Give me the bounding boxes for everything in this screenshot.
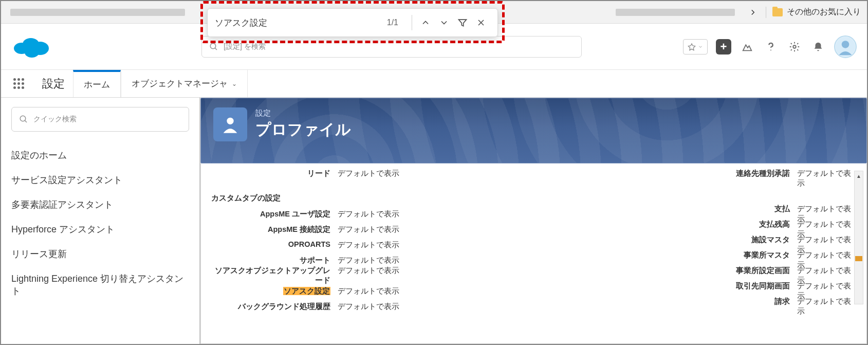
field-label: AppsME ユーザ設定 xyxy=(211,209,338,219)
notifications-icon[interactable] xyxy=(810,39,826,55)
favorites-button[interactable] xyxy=(683,39,708,55)
field-value: デフォルトで表示 xyxy=(338,240,399,250)
main-nav: 設定 ホーム オブジェクトマネージャ ⌄ xyxy=(1,70,867,98)
nav-title: 設定 xyxy=(34,70,73,97)
header-actions: + xyxy=(683,35,857,58)
search-icon xyxy=(19,115,28,124)
svg-point-6 xyxy=(25,47,39,58)
quick-find-input[interactable]: クイック検索 xyxy=(11,107,189,132)
detail-panel: リード デフォルトで表示 連絡先種別承諾 デフォルトで表示 カスタムタブの設定 … xyxy=(200,164,867,344)
find-in-page-bar: 1/1 xyxy=(207,8,498,37)
sidebar-item[interactable]: Hyperforce アシスタント xyxy=(11,217,189,242)
scrollbar-thumb[interactable] xyxy=(855,256,862,261)
svg-marker-0 xyxy=(459,20,467,26)
sidebar-item[interactable]: 多要素認証アシスタント xyxy=(11,192,189,217)
trailhead-icon[interactable] xyxy=(740,39,755,55)
tab-home-label: ホーム xyxy=(84,79,110,90)
svg-point-14 xyxy=(20,116,26,121)
sidebar-item[interactable]: サービス設定アシスタント xyxy=(11,168,189,192)
find-close-icon[interactable] xyxy=(472,13,490,32)
gear-icon[interactable] xyxy=(787,39,802,55)
global-add-button[interactable]: + xyxy=(716,39,731,55)
tab-object-manager[interactable]: オブジェクトマネージャ ⌄ xyxy=(121,70,248,97)
svg-marker-9 xyxy=(688,44,695,50)
search-icon xyxy=(209,42,218,51)
setup-sidebar: クイック検索 設定のホーム サービス設定アシスタント 多要素認証アシスタント H… xyxy=(1,98,200,344)
table-row: バックグラウンド処理履歴デフォルトで表示請求デフォルトで表示 xyxy=(211,299,856,314)
app-launcher-icon[interactable] xyxy=(9,70,28,97)
help-icon[interactable] xyxy=(763,39,779,55)
profile-icon xyxy=(213,107,247,141)
field-label: AppsME 接続設定 xyxy=(211,225,338,234)
user-avatar[interactable] xyxy=(834,35,857,58)
field-value: デフォルトで表示 xyxy=(338,266,399,285)
address-bar-placeholder-2 xyxy=(616,9,735,16)
field-label: サポート xyxy=(211,256,338,265)
svg-point-11 xyxy=(793,45,796,48)
divider xyxy=(412,15,412,30)
address-bar-placeholder xyxy=(10,9,185,16)
scroll-up-icon[interactable]: ▲ xyxy=(855,171,863,180)
find-input[interactable] xyxy=(215,17,381,28)
find-prev-icon[interactable] xyxy=(416,13,435,32)
field-label: 請求 xyxy=(561,297,797,316)
svg-point-13 xyxy=(842,41,849,48)
field-label: ソアスク設定 xyxy=(211,286,338,296)
page-title: プロファイル xyxy=(255,119,351,140)
sidebar-item[interactable]: リリース更新 xyxy=(11,242,189,266)
quick-find-placeholder: クイック検索 xyxy=(33,115,77,124)
field-label: ソアスクオブジェクトアップグレード xyxy=(211,266,338,285)
field-label: バックグラウンド処理履歴 xyxy=(211,302,338,312)
banner-eyebrow: 設定 xyxy=(255,108,351,118)
field-value: デフォルトで表示 xyxy=(338,286,399,296)
svg-point-16 xyxy=(227,118,233,124)
sidebar-item[interactable]: Lightning Experience 切り替えアシスタント xyxy=(11,266,189,303)
field-value: デフォルトで表示 xyxy=(797,169,856,188)
tab-home[interactable]: ホーム xyxy=(73,70,121,97)
folder-icon[interactable] xyxy=(772,8,783,16)
divider xyxy=(766,7,766,18)
app-body: クイック検索 設定のホーム サービス設定アシスタント 多要素認証アシスタント H… xyxy=(1,98,867,344)
field-label: リード xyxy=(211,169,338,188)
field-label: OPROARTS xyxy=(211,240,338,250)
global-search[interactable]: [設定] を検索 xyxy=(201,36,582,58)
field-value: デフォルトで表示 xyxy=(797,297,856,316)
global-search-placeholder: [設定] を検索 xyxy=(224,42,266,51)
field-value: デフォルトで表示 xyxy=(338,302,399,312)
field-value: デフォルトで表示 xyxy=(338,209,399,219)
field-value: デフォルトで表示 xyxy=(338,256,399,265)
find-filter-icon[interactable] xyxy=(453,13,472,32)
sidebar-item[interactable]: 設定のホーム xyxy=(11,143,189,168)
field-value: デフォルトで表示 xyxy=(338,225,399,234)
field-value: デフォルトで表示 xyxy=(338,169,399,188)
svg-line-15 xyxy=(25,120,27,122)
scrollbar[interactable]: ▲ xyxy=(854,171,863,304)
table-row: リード デフォルトで表示 連絡先種別承諾 デフォルトで表示 xyxy=(211,169,856,188)
find-count: 1/1 xyxy=(387,18,398,27)
tab-object-manager-label: オブジェクトマネージャ xyxy=(132,78,228,89)
find-next-icon[interactable] xyxy=(435,13,453,32)
svg-line-8 xyxy=(215,48,217,50)
section-header: カスタムタブの設定 xyxy=(211,193,856,203)
svg-point-10 xyxy=(770,49,771,50)
field-label: 連絡先種別承諾 xyxy=(561,169,797,188)
salesforce-logo[interactable] xyxy=(11,33,52,61)
other-favorites-label[interactable]: その他のお気に入り xyxy=(787,7,861,17)
page-banner: 設定 プロファイル xyxy=(200,98,867,164)
svg-point-7 xyxy=(210,43,216,49)
main-content: 設定 プロファイル リード デフォルトで表示 連絡先種別承諾 デフォルトで表示 xyxy=(200,98,867,344)
forward-icon[interactable] xyxy=(747,7,759,18)
chevron-down-icon: ⌄ xyxy=(232,80,237,87)
